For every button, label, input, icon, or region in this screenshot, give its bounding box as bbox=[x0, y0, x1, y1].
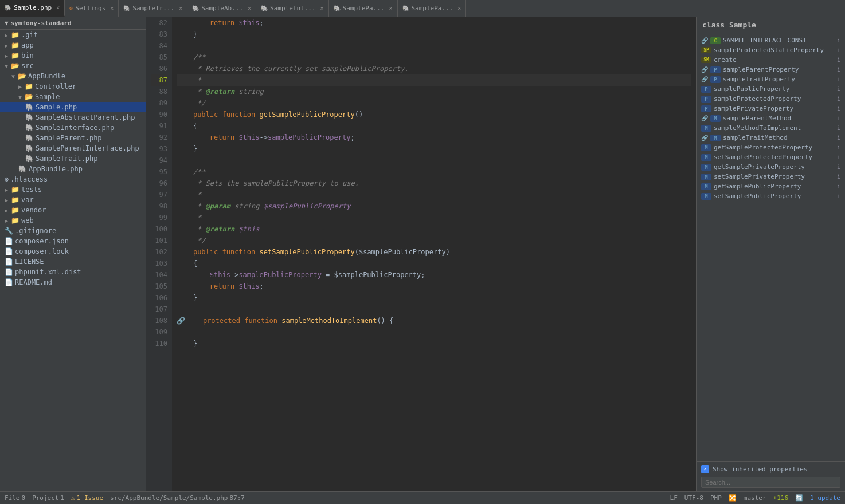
structure-item-p-protected[interactable]: P sampleProtectedProperty i bbox=[697, 94, 845, 104]
sidebar-item-htaccess[interactable]: ⚙ .htaccess bbox=[0, 174, 146, 184]
php-file-icon: 🐘 bbox=[334, 5, 341, 11]
structure-search-input[interactable] bbox=[701, 477, 840, 488]
sidebar-item-sampletrait[interactable]: 🐘 SampleTrait.php bbox=[0, 153, 146, 164]
structure-item-m-setpublic[interactable]: M setSamplePublicProperty i bbox=[697, 191, 845, 201]
tab-close-button[interactable]: × bbox=[110, 5, 114, 11]
tab-sampleparent1[interactable]: 🐘 SamplePa... × bbox=[329, 0, 398, 17]
tab-close-button[interactable]: × bbox=[179, 5, 182, 11]
struct-info: i bbox=[837, 115, 840, 121]
code-line-85: /** bbox=[177, 52, 691, 63]
sidebar-item-sampleabstractparent[interactable]: 🐘 SampleAbstractParent.php bbox=[0, 112, 146, 123]
structure-item-m-parent[interactable]: 🔗 M sampleParentMethod i bbox=[697, 113, 845, 123]
tab-close-button[interactable]: × bbox=[320, 5, 324, 11]
tab-close-button[interactable]: × bbox=[457, 5, 461, 11]
sidebar-item-sample-folder[interactable]: ▼ 📂 Sample bbox=[0, 92, 146, 102]
sidebar-item-license[interactable]: 📄 LICENSE bbox=[0, 257, 146, 267]
sidebar-item-sampleparentinterface[interactable]: 🐘 SampleParentInterface.php bbox=[0, 143, 146, 153]
sidebar-item-composer-lock[interactable]: 📄 composer.lock bbox=[0, 246, 146, 257]
status-project[interactable]: Project 1 bbox=[32, 494, 64, 502]
line-num-84: 84 bbox=[151, 40, 167, 52]
sidebar-item-label: Sample bbox=[35, 93, 60, 101]
tab-sampleabstract[interactable]: 🐘 SampleAb... × bbox=[187, 0, 256, 17]
sidebar-item-sample-php[interactable]: 🐘 Sample.php bbox=[0, 102, 146, 112]
structure-item-m-setprivate[interactable]: M setSamplePrivateProperty i bbox=[697, 172, 845, 182]
code-line-86: * Retrieves the currently set samplePubl… bbox=[177, 63, 691, 74]
show-inherited-checkbox[interactable] bbox=[701, 465, 709, 473]
show-inherited-row[interactable]: Show inherited properties bbox=[701, 465, 840, 473]
sidebar-item-label: .gitignore bbox=[15, 227, 56, 235]
line-num-94: 94 bbox=[151, 155, 167, 166]
sidebar-item-gitignore[interactable]: 🔧 .gitignore bbox=[0, 226, 146, 236]
structure-item-p-parent[interactable]: 🔗 P sampleParentProperty i bbox=[697, 65, 845, 74]
struct-info: i bbox=[837, 183, 840, 190]
sidebar-item-vendor[interactable]: ▶ 📁 vendor bbox=[0, 205, 146, 215]
project-icon: ▼ bbox=[5, 19, 9, 27]
sidebar-item-sampleparent[interactable]: 🐘 SampleParent.php bbox=[0, 133, 146, 143]
sidebar-item-git[interactable]: ▶ 📁 .git bbox=[0, 30, 146, 40]
tab-sample-php[interactable]: 🐘 Sample.php × bbox=[0, 0, 65, 17]
sidebar-item-readme[interactable]: 📄 README.md bbox=[0, 277, 146, 288]
sidebar-item-appbundle[interactable]: ▼ 📂 AppBundle bbox=[0, 71, 146, 81]
sidebar-item-bin[interactable]: ▶ 📁 bin bbox=[0, 50, 146, 61]
sidebar-item-src[interactable]: ▼ 📂 src bbox=[0, 61, 146, 71]
structure-item-m-trait[interactable]: 🔗 M sampleTraitMethod i bbox=[697, 133, 845, 143]
sidebar-item-web[interactable]: ▶ 📁 web bbox=[0, 215, 146, 226]
structure-item-p-private[interactable]: P samplePrivateProperty i bbox=[697, 104, 845, 113]
tab-sampletrait[interactable]: 🐘 SampleTr... × bbox=[119, 0, 187, 17]
structure-item-const[interactable]: 🔗 C SAMPLE_INTERFACE_CONST i bbox=[697, 36, 845, 45]
structure-item-sm[interactable]: SM create i bbox=[697, 55, 845, 65]
status-issues[interactable]: ⚠ 1 Issue bbox=[71, 494, 103, 502]
struct-badge-P: P bbox=[710, 66, 721, 73]
tab-settings[interactable]: ⚙ Settings × bbox=[65, 0, 119, 17]
sidebar-item-var[interactable]: ▶ 📁 var bbox=[0, 195, 146, 205]
code-editor[interactable]: return $this; } /** * Retrieves the curr… bbox=[172, 17, 696, 491]
code-line-92: return $this->samplePublicProperty; bbox=[177, 132, 691, 143]
sidebar-item-appbundle-php[interactable]: 🐘 AppBundle.php bbox=[0, 164, 146, 174]
status-vcs-changes[interactable]: +116 bbox=[773, 494, 789, 502]
code-line-110: } bbox=[177, 338, 691, 349]
sidebar-item-sampleinterface[interactable]: 🐘 SampleInterface.php bbox=[0, 123, 146, 133]
status-updates[interactable]: 1 update bbox=[810, 494, 840, 502]
structure-item-m-getprivate[interactable]: M getSamplePrivateProperty i bbox=[697, 162, 845, 172]
file-icon: 📄 bbox=[5, 247, 13, 255]
structure-item-m-implement[interactable]: M sampleMethodToImplement i bbox=[697, 123, 845, 133]
status-vcs-branch[interactable]: master bbox=[744, 494, 766, 502]
line-num-100: 100 bbox=[151, 223, 167, 235]
tab-sampleinterface[interactable]: 🐘 SampleInt... × bbox=[256, 0, 329, 17]
code-line-90: public function getSamplePublicProperty(… bbox=[177, 109, 691, 120]
struct-label: samplePrivateProperty bbox=[714, 105, 835, 112]
struct-info: i bbox=[837, 96, 840, 102]
code-container[interactable]: 82 83 84 85 86 87 88 89 90 91 92 93 94 9… bbox=[146, 17, 696, 491]
status-lang[interactable]: PHP bbox=[710, 494, 722, 502]
status-file[interactable]: File 0 bbox=[5, 494, 25, 502]
struct-info: i bbox=[837, 66, 840, 73]
status-line-ending[interactable]: LF bbox=[670, 494, 678, 502]
sidebar-item-label: .htaccess bbox=[10, 175, 48, 183]
code-line-103: { bbox=[177, 258, 691, 269]
struct-label: sampleParentMethod bbox=[723, 115, 835, 122]
struct-label: create bbox=[714, 56, 835, 64]
structure-item-m-getprotected[interactable]: M getSampleProtectedProperty i bbox=[697, 143, 845, 152]
structure-item-p-public[interactable]: P samplePublicProperty i bbox=[697, 84, 845, 94]
tab-sampleparent2[interactable]: 🐘 SamplePa... × bbox=[398, 0, 467, 17]
line-num-104: 104 bbox=[151, 269, 167, 281]
status-encoding[interactable]: UTF-8 bbox=[684, 494, 703, 502]
sidebar-item-app[interactable]: ▶ 📁 app bbox=[0, 40, 146, 50]
sidebar-item-phpunit[interactable]: 📄 phpunit.xml.dist bbox=[0, 267, 146, 277]
sidebar-item-controller[interactable]: ▶ 📁 Controller bbox=[0, 81, 146, 92]
structure-item-p-trait[interactable]: 🔗 P sampleTraitProperty i bbox=[697, 74, 845, 84]
tab-close-button[interactable]: × bbox=[389, 5, 392, 11]
struct-badge-P: P bbox=[701, 96, 711, 103]
struct-badge-M: M bbox=[701, 164, 711, 171]
sidebar-item-tests[interactable]: ▶ 📁 tests bbox=[0, 184, 146, 195]
tab-close-button[interactable]: × bbox=[56, 5, 60, 11]
structure-item-sp[interactable]: SP sampleProtectedStaticProperty i bbox=[697, 45, 845, 55]
tab-close-button[interactable]: × bbox=[248, 5, 251, 11]
structure-item-m-setprotected[interactable]: M setSampleProtectedProperty i bbox=[697, 152, 845, 162]
code-line-97: * bbox=[177, 189, 691, 200]
tab-label: Sample.php bbox=[14, 4, 52, 11]
struct-info: i bbox=[837, 135, 840, 141]
sidebar-item-composer-json[interactable]: 📄 composer.json bbox=[0, 236, 146, 246]
structure-item-m-getpublic[interactable]: M getSamplePublicProperty i bbox=[697, 182, 845, 191]
file-icon: 📄 bbox=[5, 268, 13, 276]
